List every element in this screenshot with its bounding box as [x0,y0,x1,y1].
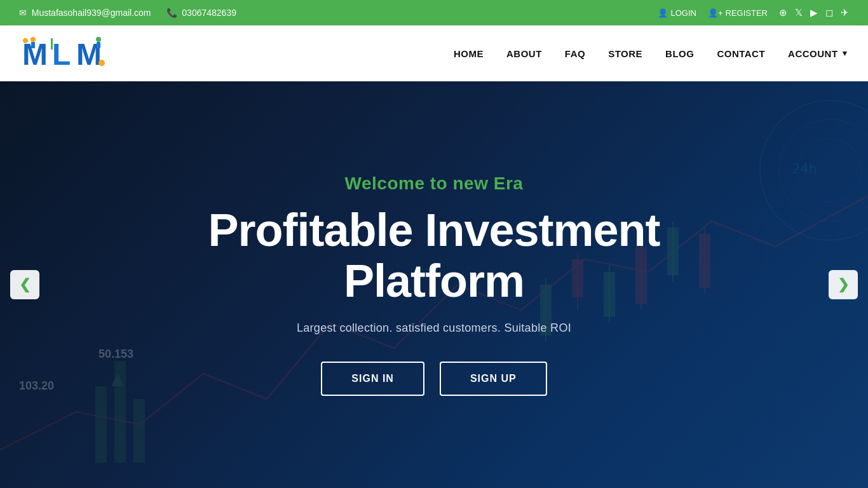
top-bar-right: 👤 LOGIN 👤+ REGISTER ⊕ 𝕏 ▶ ◻ ✈ [658,7,849,18]
svg-point-6 [31,37,36,42]
register-link[interactable]: 👤+ REGISTER [708,8,768,18]
hero-content: Welcome to new Era Profitable Investment… [208,173,660,395]
svg-rect-24 [133,399,145,463]
svg-rect-23 [114,361,126,463]
carousel-next-button[interactable]: ❯ [829,270,858,299]
svg-rect-22 [95,386,107,463]
login-link[interactable]: 👤 LOGIN [658,8,696,18]
social-icons: ⊕ 𝕏 ▶ ◻ ✈ [779,7,849,18]
signup-button[interactable]: SIGN UP [440,362,547,396]
nav-about[interactable]: ABOUT [506,48,542,59]
nav-home[interactable]: HOME [454,48,484,59]
email-info: ✉ Mustafasohail939@gmail.com [19,8,151,18]
instagram-icon[interactable]: ◻ [825,7,833,18]
nav-account-dropdown[interactable]: ACCOUNT ▼ [788,48,849,59]
svg-rect-7 [31,42,35,48]
top-bar-left: ✉ Mustafasohail939@gmail.com 📞 030674826… [19,8,236,18]
svg-rect-5 [51,38,53,50]
hero-title: Profitable Investment Platform [208,205,660,306]
carousel-prev-button[interactable]: ❮ [10,270,39,299]
nav-store[interactable]: STORE [608,48,642,59]
chart-number-1: 50.153 [98,348,133,361]
logo-area: M L M [19,34,114,72]
hero-description: Largest collection. satisfied customers.… [208,322,660,335]
nav-blog[interactable]: BLOG [665,48,694,59]
svg-point-3 [23,38,28,43]
hero-section: 24h 50.153 103.20 ❮ Welcome to new Era P… [0,81,868,488]
logo: M L M [19,34,114,72]
phone-icon: 📞 [166,8,177,18]
main-nav: M L M HOME ABOUT FAQ STORE BLOG CONTACT … [0,25,868,81]
hero-subtitle: Welcome to new Era [208,173,660,194]
user-icon: 👤 [658,8,668,18]
nav-faq[interactable]: FAQ [565,48,585,59]
telegram-icon[interactable]: ✈ [841,7,849,18]
top-bar: ✉ Mustafasohail939@gmail.com 📞 030674826… [0,0,868,25]
register-icon: 👤+ [708,8,723,18]
nav-contact[interactable]: CONTACT [717,48,765,59]
hero-decoration: 24h [652,94,868,348]
pinterest-icon[interactable]: ⊕ [779,7,787,18]
svg-text:24h: 24h [792,161,817,177]
phone-info: 📞 03067482639 [166,8,236,18]
svg-point-4 [98,60,105,66]
youtube-icon[interactable]: ▶ [810,7,818,18]
svg-point-8 [96,37,101,42]
email-icon: ✉ [19,8,27,18]
svg-rect-9 [97,42,100,48]
signin-button[interactable]: SIGN IN [321,362,424,396]
svg-text:L: L [52,37,71,71]
chevron-down-icon: ▼ [841,49,849,58]
chart-number-2: 103.20 [19,379,54,393]
nav-links: HOME ABOUT FAQ STORE BLOG CONTACT ACCOUN… [454,48,849,59]
twitter-icon[interactable]: 𝕏 [795,7,803,18]
hero-buttons: SIGN IN SIGN UP [208,362,660,396]
